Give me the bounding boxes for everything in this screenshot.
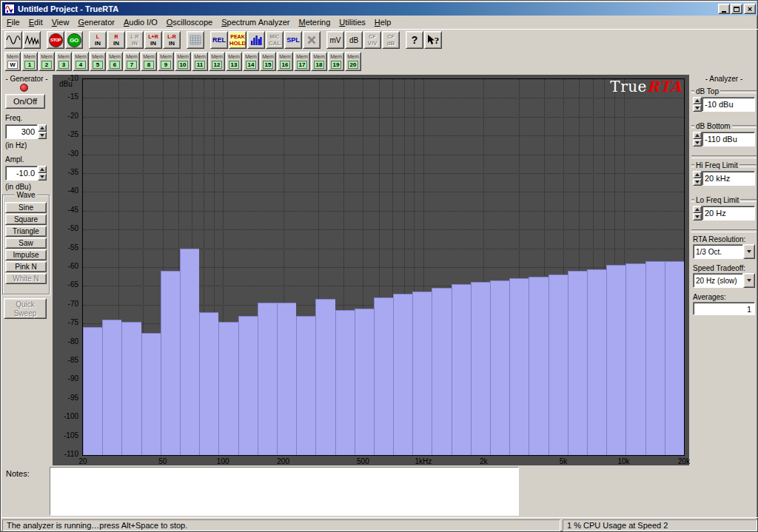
mem-button-11[interactable]: Mem11 — [192, 52, 208, 71]
menu-generator[interactable]: Generator — [73, 16, 119, 28]
db-bottom-stepper[interactable] — [693, 132, 702, 147]
mem-button-7[interactable]: Mem7 — [124, 52, 140, 71]
mem-button-3[interactable]: Mem3 — [56, 52, 72, 71]
wave-triangle-button[interactable]: Triangle — [5, 226, 47, 237]
maximize-button[interactable] — [731, 4, 742, 14]
graph-grid-button[interactable] — [187, 31, 204, 49]
mem-button-20[interactable]: Mem20 — [345, 52, 361, 71]
stereo-input-button[interactable]: L RIN — [126, 31, 144, 49]
db-top-up-button[interactable] — [693, 97, 702, 104]
quick-sweep-button[interactable]: Quick Sweep — [4, 298, 47, 319]
crest-factor-db-button[interactable]: CFdB — [382, 31, 400, 49]
freq-up-button[interactable] — [38, 124, 47, 132]
lo-freq-limit-down-button[interactable] — [693, 213, 702, 220]
averages-input[interactable]: 1 — [693, 302, 755, 315]
context-help-button[interactable]: ? — [424, 31, 442, 49]
notes-input[interactable] — [50, 467, 519, 516]
toolbar-button-label: STOP — [50, 38, 61, 42]
mem-button-w[interactable]: MemW — [4, 52, 21, 71]
menu-utilities[interactable]: Utilities — [335, 16, 369, 28]
mem-button-12[interactable]: Mem12 — [209, 52, 225, 71]
speed-tradeoff-dropdown-button[interactable] — [743, 273, 755, 288]
rta-resolution-dropdown-button[interactable] — [743, 244, 755, 259]
decibels-button[interactable]: dB — [345, 31, 363, 49]
menu-oscilloscope[interactable]: Oscilloscope — [162, 16, 217, 28]
mem-button-14[interactable]: Mem14 — [243, 52, 259, 71]
db-top-stepper[interactable] — [693, 97, 702, 112]
peak-hold-button[interactable]: PEAKHOLD — [229, 31, 246, 49]
db-bottom-down-button[interactable] — [693, 139, 702, 147]
mem-button-1[interactable]: Mem1 — [21, 52, 38, 71]
menu-audio-i-o[interactable]: Audio I/O — [119, 16, 162, 28]
right-input-button[interactable]: RIN — [107, 31, 125, 49]
spl-button[interactable]: SPL — [284, 31, 302, 49]
sine-generator-button[interactable] — [4, 31, 22, 49]
mem-button-9[interactable]: Mem9 — [158, 52, 174, 71]
ampl-input[interactable]: -10.0 — [5, 166, 38, 181]
mem-button-8[interactable]: Mem8 — [141, 52, 157, 71]
speed-tradeoff-dropdown[interactable]: 20 Hz (slow) — [693, 273, 755, 288]
sweep-clear-button[interactable] — [303, 31, 321, 49]
mic-cal-button[interactable]: MICCAL — [266, 31, 284, 49]
db-bottom-input[interactable]: -110 dBu — [702, 132, 755, 147]
relative-mode-button[interactable]: REL — [210, 31, 228, 49]
lo-freq-limit-up-button[interactable] — [693, 206, 702, 213]
freq-stepper[interactable] — [38, 124, 47, 139]
menu-file[interactable]: File — [2, 16, 24, 28]
title-bar[interactable]: Untitled Project - TrueRTA × — [2, 2, 757, 16]
hi-freq-limit-up-button[interactable] — [693, 171, 702, 178]
close-button[interactable]: × — [744, 4, 756, 14]
menu-edit[interactable]: Edit — [24, 16, 47, 28]
hi-freq-limit-input[interactable]: 20 kHz — [702, 171, 755, 186]
app-icon[interactable] — [4, 4, 15, 14]
menu-metering[interactable]: Metering — [295, 16, 335, 28]
sweep-waveform-button[interactable] — [23, 31, 41, 49]
hi-freq-limit-down-button[interactable] — [693, 178, 702, 186]
db-top-input[interactable]: -10 dBu — [702, 97, 755, 112]
lo-freq-limit-stepper[interactable] — [693, 206, 702, 220]
mem-button-19[interactable]: Mem19 — [328, 52, 344, 71]
menu-help[interactable]: Help — [370, 16, 396, 28]
mem-button-17[interactable]: Mem17 — [294, 52, 310, 71]
db-bottom-up-button[interactable] — [693, 132, 702, 139]
rta-resolution-dropdown[interactable]: 1/3 Oct. — [693, 244, 755, 259]
wave-saw-button[interactable]: Saw — [5, 238, 47, 249]
mem-button-16[interactable]: Mem16 — [277, 52, 293, 71]
mem-button-10[interactable]: Mem10 — [175, 52, 191, 71]
mem-button-4[interactable]: Mem4 — [73, 52, 89, 71]
mem-button-13[interactable]: Mem13 — [226, 52, 242, 71]
sum-input-button[interactable]: L+RIN — [144, 31, 162, 49]
help-button[interactable]: ? — [406, 31, 423, 49]
spectrum-display-button[interactable] — [247, 31, 265, 49]
mem-button-label: Mem — [330, 54, 342, 60]
menu-spectrum-analyzer[interactable]: Spectrum Analyzer — [217, 16, 294, 28]
wave-white-n-button[interactable]: White N — [5, 273, 47, 284]
millivolts-button[interactable]: mV — [326, 31, 344, 49]
mem-button-18[interactable]: Mem18 — [311, 52, 327, 71]
crest-factor-vv-button[interactable]: CFV/V — [363, 31, 381, 49]
chevron-down-icon — [747, 279, 751, 282]
mem-button-5[interactable]: Mem5 — [90, 52, 106, 71]
wave-impulse-button[interactable]: Impulse — [5, 249, 47, 260]
minimize-button[interactable] — [718, 4, 730, 14]
wave-square-button[interactable]: Square — [5, 214, 47, 225]
wave-sine-button[interactable]: Sine — [5, 202, 47, 213]
go-button[interactable]: GO — [65, 31, 83, 49]
mem-button-15[interactable]: Mem15 — [260, 52, 276, 71]
hi-freq-limit-stepper[interactable] — [693, 171, 702, 186]
db-top-down-button[interactable] — [693, 104, 702, 112]
lo-freq-limit-input[interactable]: 20 Hz — [702, 206, 755, 220]
ampl-up-button[interactable] — [38, 166, 47, 173]
menu-view[interactable]: View — [47, 16, 74, 28]
freq-down-button[interactable] — [38, 132, 47, 139]
left-input-button[interactable]: LIN — [89, 31, 107, 49]
ampl-down-button[interactable] — [38, 173, 47, 181]
ampl-stepper[interactable] — [38, 166, 47, 181]
freq-input[interactable]: 300 — [5, 124, 38, 139]
mem-button-2[interactable]: Mem2 — [38, 52, 55, 71]
diff-input-button[interactable]: L-RIN — [163, 31, 181, 49]
mem-button-6[interactable]: Mem6 — [107, 52, 123, 71]
wave-pink-n-button[interactable]: Pink N — [5, 261, 47, 272]
generator-onoff-button[interactable]: On/Off — [5, 94, 45, 109]
stop-button[interactable]: STOP — [47, 31, 64, 49]
